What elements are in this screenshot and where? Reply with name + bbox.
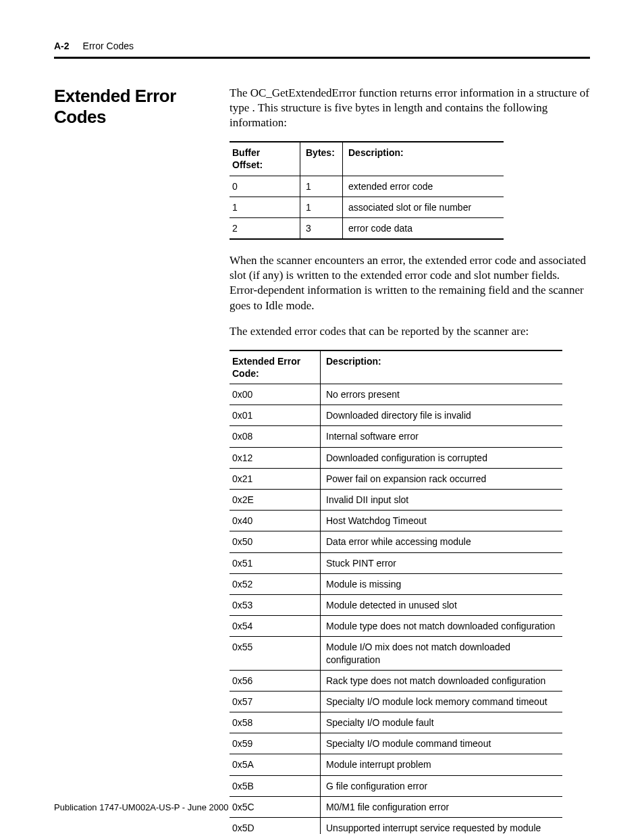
table-row: 0x59Specialty I/O module command timeout bbox=[230, 733, 562, 754]
error-codes-table: Extended Error Code: Description: 0x00No… bbox=[230, 350, 562, 834]
cell-description: Specialty I/O module command timeout bbox=[321, 733, 563, 754]
table-header: Description: bbox=[343, 142, 504, 176]
cell-code: 0x01 bbox=[230, 405, 321, 426]
table-row: 0x50Data error while accessing module bbox=[230, 531, 562, 552]
table-row: 0x00No errors present bbox=[230, 384, 562, 405]
cell-code: 0x53 bbox=[230, 594, 321, 615]
header-rule bbox=[54, 57, 590, 59]
cell-description: Invalid DII input slot bbox=[321, 490, 563, 511]
page-number: A-2 bbox=[54, 41, 70, 51]
cell-description: Data error while accessing module bbox=[321, 531, 563, 552]
cell-offset: 2 bbox=[230, 218, 300, 240]
cell-code: 0x5B bbox=[230, 775, 321, 796]
cell-description: Specialty I/O module lock memory command… bbox=[321, 691, 563, 712]
cell-offset: 1 bbox=[230, 197, 300, 217]
cell-code: 0x5A bbox=[230, 754, 321, 775]
cell-description: Power fail on expansion rack occurred bbox=[321, 468, 563, 489]
cell-code: 0x56 bbox=[230, 670, 321, 691]
cell-code: 0x00 bbox=[230, 384, 321, 405]
cell-description: Rack type does not match downloaded conf… bbox=[321, 670, 563, 691]
cell-description: Module interrupt problem bbox=[321, 754, 563, 775]
cell-description: Module I/O mix does not match downloaded… bbox=[321, 637, 563, 670]
table-row: 0x55Module I/O mix does not match downlo… bbox=[230, 637, 562, 670]
table-row: 0x12Downloaded configuration is corrupte… bbox=[230, 447, 562, 468]
page-header: A-2 Error Codes bbox=[54, 41, 590, 51]
table-row: 0x51Stuck PINT error bbox=[230, 552, 562, 573]
table-row: 0x2EInvalid DII input slot bbox=[230, 490, 562, 511]
cell-bytes: 1 bbox=[300, 197, 343, 217]
cell-code: 0x57 bbox=[230, 691, 321, 712]
intro-paragraph: The OC_GetExtendedError function returns… bbox=[230, 86, 590, 130]
cell-code: 0x12 bbox=[230, 447, 321, 468]
cell-description: associated slot or file number bbox=[343, 197, 504, 217]
table-row: 0x08Internal software error bbox=[230, 426, 562, 447]
middle-paragraph: When the scanner encounters an error, th… bbox=[230, 253, 590, 313]
table-row: 0x5BG file configuration error bbox=[230, 775, 562, 796]
cell-description: Host Watchdog Timeout bbox=[321, 511, 563, 531]
table-header: Description: bbox=[321, 350, 563, 384]
cell-offset: 0 bbox=[230, 176, 300, 197]
table-row: 0x5DUnsupported interrupt service reques… bbox=[230, 818, 562, 835]
table-header: Extended Error Code: bbox=[230, 350, 321, 384]
cell-description: Downloaded configuration is corrupted bbox=[321, 447, 563, 468]
cell-code: 0x2E bbox=[230, 490, 321, 511]
cell-description: error code data bbox=[343, 218, 504, 240]
table-row: 0x56Rack type does not match downloaded … bbox=[230, 670, 562, 691]
table-row: 23error code data bbox=[230, 218, 504, 240]
cell-description: Downloaded directory file is invalid bbox=[321, 405, 563, 426]
cell-code: 0x08 bbox=[230, 426, 321, 447]
cell-description: Module detected in unused slot bbox=[321, 594, 563, 615]
cell-bytes: 3 bbox=[300, 218, 343, 240]
cell-code: 0x52 bbox=[230, 573, 321, 594]
cell-code: 0x5C bbox=[230, 796, 321, 817]
table-header: Buffer Offset: bbox=[230, 142, 300, 176]
table-row: 0x52Module is missing bbox=[230, 573, 562, 594]
table-row: 0x40Host Watchdog Timeout bbox=[230, 511, 562, 531]
cell-code: 0x5D bbox=[230, 818, 321, 835]
table-row: 0x57Specialty I/O module lock memory com… bbox=[230, 691, 562, 712]
cell-description: G file configuration error bbox=[321, 775, 563, 796]
cell-description: extended error code bbox=[343, 176, 504, 197]
cell-description: Unsupported interrupt service requested … bbox=[321, 818, 563, 835]
publication-footer: Publication 1747-UM002A-US-P - June 2000 bbox=[54, 802, 228, 812]
table-header: Bytes: bbox=[300, 142, 343, 176]
buffer-offset-table: Buffer Offset: Bytes: Description: 01ext… bbox=[230, 141, 504, 240]
table-row: 0x01Downloaded directory file is invalid bbox=[230, 405, 562, 426]
cell-code: 0x54 bbox=[230, 616, 321, 637]
cell-code: 0x50 bbox=[230, 531, 321, 552]
table-row: 0x53Module detected in unused slot bbox=[230, 594, 562, 615]
table-row: 0x54Module type does not match downloade… bbox=[230, 616, 562, 637]
cell-description: Stuck PINT error bbox=[321, 552, 563, 573]
cell-code: 0x59 bbox=[230, 733, 321, 754]
cell-code: 0x21 bbox=[230, 468, 321, 489]
section-heading: Extended Error Codes bbox=[54, 86, 230, 128]
table-row: 0x5CM0/M1 file configuration error bbox=[230, 796, 562, 817]
table-row: 0x5AModule interrupt problem bbox=[230, 754, 562, 775]
cell-code: 0x40 bbox=[230, 511, 321, 531]
cell-description: Internal software error bbox=[321, 426, 563, 447]
cell-description: Module type does not match downloaded co… bbox=[321, 616, 563, 637]
cell-description: Module is missing bbox=[321, 573, 563, 594]
cell-code: 0x58 bbox=[230, 712, 321, 733]
cell-description: M0/M1 file configuration error bbox=[321, 796, 563, 817]
table-row: 01extended error code bbox=[230, 176, 504, 197]
table-row: 0x21Power fail on expansion rack occurre… bbox=[230, 468, 562, 489]
codes-lead-paragraph: The extended error codes that can be rep… bbox=[230, 324, 590, 339]
cell-description: No errors present bbox=[321, 384, 563, 405]
cell-description: Specialty I/O module fault bbox=[321, 712, 563, 733]
cell-code: 0x51 bbox=[230, 552, 321, 573]
table-row: 0x58Specialty I/O module fault bbox=[230, 712, 562, 733]
table-row: 11associated slot or file number bbox=[230, 197, 504, 217]
cell-code: 0x55 bbox=[230, 637, 321, 670]
header-title: Error Codes bbox=[83, 41, 134, 51]
cell-bytes: 1 bbox=[300, 176, 343, 197]
